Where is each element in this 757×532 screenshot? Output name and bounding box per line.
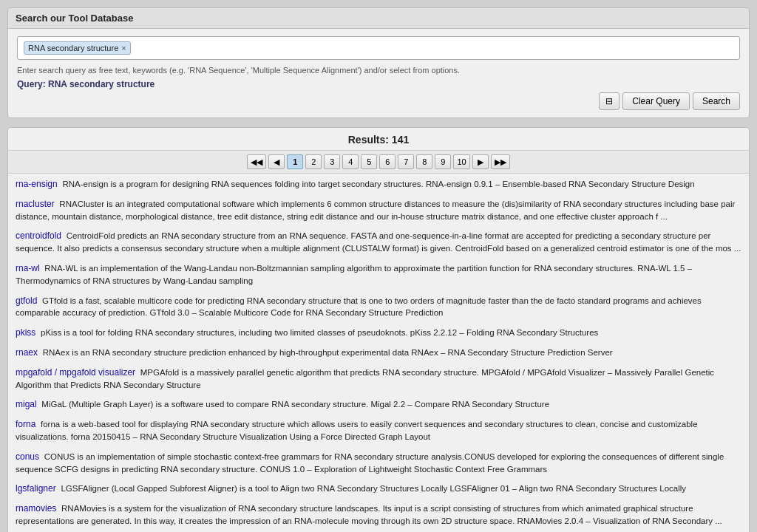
- list-item: centroidfold CentroidFold predicts an RN…: [16, 230, 741, 255]
- result-desc: RNA-ensign is a program for designing RN…: [62, 180, 694, 188]
- page-3-top[interactable]: 3: [324, 154, 340, 169]
- list-item: mpgafold / mpgafold visualizer MPGAfold …: [16, 366, 741, 392]
- list-item: rnamovies RNAMovies is a system for the …: [16, 502, 741, 528]
- search-tag-input[interactable]: RNA secondary structure ×: [17, 36, 740, 60]
- search-button[interactable]: Search: [693, 92, 740, 110]
- page-first-top[interactable]: ◀◀: [247, 154, 266, 169]
- search-panel: Search our Tool Database RNA secondary s…: [7, 7, 750, 118]
- result-desc: CONUS is an implementation of simple sto…: [16, 452, 724, 474]
- page-7-top[interactable]: 7: [398, 154, 414, 169]
- list-item: rnacluster RNACluster is an integrated c…: [16, 198, 741, 223]
- search-tag-close[interactable]: ×: [121, 44, 126, 52]
- grid-icon: ⊟: [605, 96, 613, 106]
- result-link[interactable]: rnamovies: [16, 503, 56, 514]
- result-link[interactable]: rnacluster: [16, 199, 55, 209]
- page-1-top[interactable]: 1: [287, 154, 303, 169]
- page-8-top[interactable]: 8: [416, 154, 432, 169]
- page-4-top[interactable]: 4: [342, 154, 359, 169]
- list-item: pkiss pKiss is a tool for folding RNA se…: [16, 327, 741, 339]
- result-desc: pKiss is a tool for folding RNA secondar…: [41, 328, 598, 337]
- page-2-top[interactable]: 2: [305, 154, 322, 169]
- page-last-top[interactable]: ▶▶: [491, 154, 510, 169]
- result-link[interactable]: rnaex: [16, 347, 38, 358]
- results-title: Results: 141: [8, 128, 749, 151]
- result-link[interactable]: mpgafold / mpgafold visualizer: [16, 367, 135, 378]
- result-desc: GTfold is a fast, scalable multicore cod…: [16, 296, 702, 318]
- results-list: rna-ensign RNA-ensign is a program for d…: [8, 174, 749, 532]
- search-panel-body: RNA secondary structure × Enter search q…: [8, 29, 749, 117]
- page-6-top[interactable]: 6: [379, 154, 396, 169]
- result-link[interactable]: gtfold: [16, 296, 37, 306]
- page-next-top[interactable]: ▶: [472, 154, 489, 169]
- search-panel-title: Search our Tool Database: [8, 8, 749, 29]
- result-desc: MiGaL (Multiple Graph Layer) is a softwa…: [41, 400, 549, 409]
- search-tag-value: RNA secondary structure: [28, 44, 118, 52]
- result-link[interactable]: centroidfold: [16, 231, 61, 241]
- result-desc: forna is a web-based tool for displaying…: [16, 420, 698, 441]
- result-desc: RNAex is an RNA secondary structure pred…: [43, 348, 613, 357]
- clear-query-button[interactable]: Clear Query: [622, 92, 690, 110]
- page-10-top[interactable]: 10: [453, 154, 469, 169]
- result-link[interactable]: forna: [16, 419, 35, 429]
- search-hint: Enter search query as free text, keyword…: [17, 66, 740, 75]
- results-panel: Results: 141 ◀◀ ◀ 1 2 3 4 5 6 7 8 9 10 ▶…: [7, 127, 750, 532]
- list-item: migal MiGaL (Multiple Graph Layer) is a …: [16, 398, 741, 411]
- result-link[interactable]: migal: [16, 399, 37, 409]
- list-item: gtfold GTfold is a fast, scalable multic…: [16, 295, 741, 320]
- page-5-top[interactable]: 5: [361, 154, 377, 169]
- list-item: conus CONUS is an implementation of simp…: [16, 451, 741, 476]
- result-link[interactable]: lgsfaligner: [16, 483, 56, 494]
- list-item: rnaex RNAex is an RNA secondary structur…: [16, 347, 741, 359]
- result-link[interactable]: rna-ensign: [16, 179, 58, 189]
- search-tag: RNA secondary structure ×: [24, 41, 131, 55]
- result-link[interactable]: conus: [16, 451, 39, 462]
- list-item: rna-wl RNA-WL is an implementation of th…: [16, 262, 741, 287]
- result-link[interactable]: rna-wl: [16, 263, 40, 273]
- icon-button[interactable]: ⊟: [599, 92, 619, 110]
- page-9-top[interactable]: 9: [435, 154, 451, 169]
- page-prev-top[interactable]: ◀: [268, 154, 285, 169]
- list-item: forna forna is a web-based tool for disp…: [16, 418, 741, 443]
- list-item: lgsfaligner LGSFAligner (Local Gapped Su…: [16, 482, 741, 495]
- result-desc: CentroidFold predicts an RNA secondary s…: [16, 231, 741, 253]
- top-pagination: ◀◀ ◀ 1 2 3 4 5 6 7 8 9 10 ▶ ▶▶: [8, 151, 749, 174]
- result-desc: RNACluster is an integrated computationa…: [16, 200, 735, 221]
- result-desc: RNA-WL is an implementation of the Wang-…: [16, 264, 692, 285]
- list-item: rna-ensign RNA-ensign is a program for d…: [16, 178, 741, 191]
- result-desc: RNAMovies is a system for the visualizat…: [16, 504, 722, 525]
- result-desc: LGSFAligner (Local Gapped Subforest Alig…: [61, 484, 686, 493]
- query-label: Query: RNA secondary structure: [17, 79, 740, 89]
- result-link[interactable]: pkiss: [16, 327, 35, 338]
- search-buttons: ⊟ Clear Query Search: [17, 92, 740, 110]
